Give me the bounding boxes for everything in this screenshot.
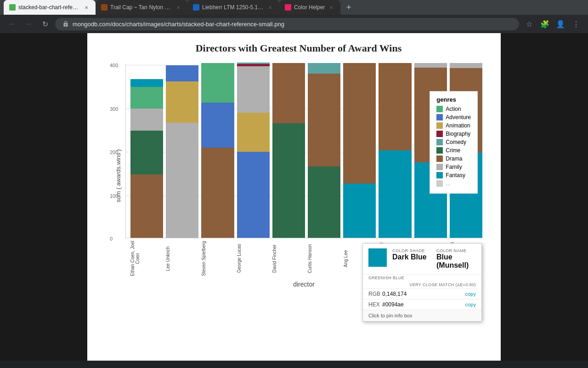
tab-favicon-3 bbox=[193, 4, 199, 11]
y-tick-0: 0 bbox=[110, 234, 113, 242]
legend-label-crime: Crime bbox=[446, 147, 460, 154]
tooltip-rgb-value: 0,148,174 bbox=[382, 291, 465, 297]
legend-label-fantasy: Fantasy bbox=[446, 172, 465, 178]
new-tab-button[interactable]: + bbox=[342, 1, 355, 14]
legend-item-animation: Animation bbox=[436, 122, 471, 129]
bar-terrence-malick bbox=[379, 63, 411, 238]
segment-crime-6 bbox=[308, 167, 340, 238]
segment-crime-5 bbox=[272, 123, 305, 238]
nav-bar: ← → ↻ mongodb.com/docs/charts/images/cha… bbox=[0, 15, 588, 33]
legend: genres Action Adventure Animation bbox=[430, 91, 478, 194]
tooltip-shade-name: Dark Blue bbox=[392, 253, 432, 261]
tooltip-color-label: COLOR NAME bbox=[436, 248, 476, 253]
bar-lee-unkrich bbox=[166, 65, 198, 238]
tooltip-hex-label: HEX bbox=[368, 301, 382, 308]
extensions-button[interactable]: 🧩 bbox=[538, 17, 551, 30]
tooltip-left: COLOR SHADE Dark Blue bbox=[392, 248, 432, 270]
forward-button[interactable]: → bbox=[22, 17, 35, 30]
tooltip-pin[interactable]: Click to pin info box bbox=[363, 310, 481, 321]
x-label-2: Lee Unkrich bbox=[165, 240, 198, 277]
tab-2[interactable]: Trail Cap ~ Tan Nylon – 3... ✕ bbox=[96, 0, 187, 15]
address-bar[interactable]: mongodb.com/docs/charts/images/charts/st… bbox=[55, 18, 519, 30]
legend-item-adventure: Adventure bbox=[436, 114, 471, 121]
tab-favicon-2 bbox=[101, 4, 107, 11]
segment-crime-1 bbox=[130, 131, 163, 174]
bar-ang-lee bbox=[343, 63, 376, 238]
bar-george-lucas bbox=[237, 63, 270, 238]
bar-curtis-hanson bbox=[308, 63, 340, 238]
legend-item-crime: Crime bbox=[436, 147, 471, 154]
segment-action-3 bbox=[201, 63, 234, 103]
segment-family-2 bbox=[166, 123, 198, 238]
color-tooltip: COLOR SHADE Dark Blue COLOR NAME Blue (M… bbox=[362, 243, 482, 322]
segment-action-1 bbox=[130, 87, 163, 109]
tooltip-hex-row: HEX #0094ae copy bbox=[363, 299, 481, 310]
legend-item-fantasy: Fantasy bbox=[436, 172, 471, 178]
x-label-6: Curtis Hanson bbox=[307, 240, 340, 277]
reload-button[interactable]: ↻ bbox=[39, 17, 51, 30]
legend-color-comedy bbox=[436, 139, 443, 145]
legend-item-biography: Biography bbox=[436, 131, 471, 137]
tab-favicon-4 bbox=[285, 4, 291, 11]
tab-close-4[interactable]: ✕ bbox=[328, 4, 335, 11]
menu-button[interactable]: ⋮ bbox=[570, 17, 582, 30]
tooltip-rgb-copy[interactable]: copy bbox=[465, 291, 476, 297]
tab-close-3[interactable]: ✕ bbox=[266, 4, 274, 11]
address-text: mongodb.com/docs/charts/images/charts/st… bbox=[73, 21, 512, 28]
profile-button[interactable]: 👤 bbox=[554, 17, 567, 30]
legend-item-comedy: Comedy bbox=[436, 139, 471, 145]
tooltip-right: COLOR NAME Blue (Munsell) bbox=[436, 248, 476, 270]
segment-drama-7 bbox=[343, 63, 376, 184]
tab-active[interactable]: stacked-bar-chart-refere... ✕ bbox=[4, 0, 96, 15]
segment-drama-1 bbox=[130, 174, 163, 238]
nav-actions: ☆ 🧩 👤 ⋮ bbox=[523, 17, 582, 30]
bars-area: 400 300 200 bbox=[125, 63, 482, 238]
tab-title-1: stacked-bar-chart-refere... bbox=[18, 4, 80, 11]
tab-title-4: Color Helper bbox=[294, 4, 325, 11]
segment-drama-5 bbox=[272, 63, 305, 123]
tooltip-rgb-label: RGB bbox=[368, 291, 382, 297]
legend-label-drama: Drama bbox=[446, 155, 462, 162]
tab-title-2: Trail Cap ~ Tan Nylon – 3... bbox=[110, 4, 172, 11]
legend-color-crime bbox=[436, 147, 443, 154]
legend-color-animation bbox=[436, 122, 443, 129]
bookmark-button[interactable]: ☆ bbox=[523, 17, 536, 30]
y-axis-label: sum ( awards.wins ) bbox=[115, 63, 122, 288]
legend-item-action: Action bbox=[436, 106, 471, 112]
legend-color-biography bbox=[436, 131, 443, 137]
segment-fantasy-7 bbox=[343, 184, 376, 238]
tooltip-top: COLOR SHADE Dark Blue COLOR NAME Blue (M… bbox=[363, 244, 481, 274]
x-label-5: David Fincher bbox=[272, 240, 305, 277]
tab-4[interactable]: Color Helper ✕ bbox=[279, 0, 340, 15]
legend-color-more bbox=[436, 180, 443, 187]
tooltip-match-label: VERY CLOSE MATCH (ΔE=0.80) bbox=[363, 282, 481, 288]
legend-color-family bbox=[436, 164, 443, 170]
segment-adventure-4 bbox=[237, 152, 270, 238]
legend-item-more: ... bbox=[436, 180, 471, 187]
legend-color-fantasy bbox=[436, 172, 443, 178]
tooltip-color-name: Blue (Munsell) bbox=[436, 253, 476, 270]
tooltip-rgb-row: RGB 0,148,174 copy bbox=[363, 288, 481, 299]
back-button[interactable]: ← bbox=[6, 17, 18, 30]
segment-comedy-6 bbox=[308, 63, 340, 74]
tab-3[interactable]: Liebherr LTM 1250-5.1 jm... ✕ bbox=[187, 0, 279, 15]
segment-animation-4 bbox=[237, 113, 270, 152]
legend-color-drama bbox=[436, 155, 443, 162]
browser-chrome: stacked-bar-chart-refere... ✕ Trail Cap … bbox=[0, 0, 588, 33]
legend-color-action bbox=[436, 106, 443, 112]
tab-close-1[interactable]: ✕ bbox=[83, 4, 90, 11]
legend-label-adventure: Adventure bbox=[446, 114, 471, 121]
legend-label-animation: Animation bbox=[446, 122, 470, 129]
tooltip-hex-copy[interactable]: copy bbox=[465, 302, 476, 307]
chart-container: Directors with Greatest Number of Award … bbox=[87, 33, 501, 361]
bar-spielberg bbox=[201, 63, 234, 238]
legend-label-biography: Biography bbox=[446, 131, 470, 137]
legend-label-action: Action bbox=[446, 106, 461, 112]
tab-close-2[interactable]: ✕ bbox=[175, 4, 182, 11]
x-label-1: Ethan Coen, Joel Coen bbox=[130, 240, 163, 277]
chart-area: sum ( awards.wins ) 400 bbox=[115, 63, 482, 288]
legend-item-family: Family bbox=[436, 164, 471, 170]
lock-icon bbox=[62, 21, 69, 27]
tooltip-shade-label: COLOR SHADE bbox=[392, 248, 432, 253]
segment-adventure-3 bbox=[201, 103, 234, 148]
